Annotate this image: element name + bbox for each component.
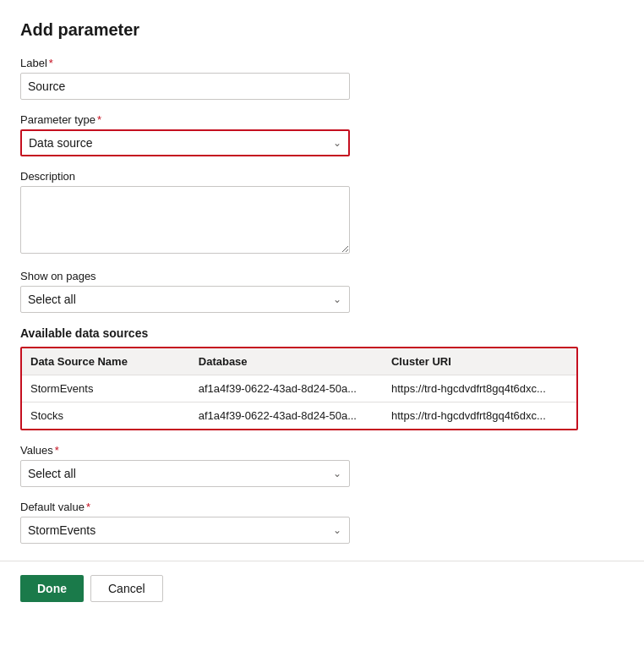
label-field-label: Label* — [20, 57, 622, 69]
default-value-field-group: Default value* StormEvents Stocks ⌄ — [20, 501, 622, 544]
dialog-footer: Done Cancel — [0, 561, 644, 616]
parameter-type-select-wrapper: Data source Text Number Date ⌄ — [20, 129, 350, 156]
col-header-database: Database — [190, 348, 383, 375]
row-2-name: Stocks — [22, 402, 190, 430]
row-1-cluster-uri: https://trd-hgcdvdfrt8gq4t6dxc... — [383, 375, 576, 402]
row-1-name: StormEvents — [22, 375, 190, 402]
default-value-select-wrapper: StormEvents Stocks ⌄ — [20, 517, 350, 544]
values-field-group: Values* Select all ⌄ — [20, 444, 622, 487]
values-label: Values* — [20, 444, 622, 457]
data-sources-table: Data Source Name Database Cluster URI St… — [22, 348, 576, 429]
table-header-row: Data Source Name Database Cluster URI — [22, 348, 576, 375]
add-parameter-dialog: Add parameter Label* Parameter type* Dat… — [0, 0, 642, 544]
default-value-select[interactable]: StormEvents Stocks — [20, 517, 350, 544]
label-field-group: Label* — [20, 57, 622, 100]
default-value-required-star: * — [86, 501, 90, 513]
table-row[interactable]: StormEvents af1a4f39-0622-43ad-8d24-50a.… — [22, 375, 576, 402]
data-sources-table-wrapper: Data Source Name Database Cluster URI St… — [20, 347, 578, 430]
available-data-sources-section: Available data sources Data Source Name … — [20, 326, 622, 430]
col-header-cluster-uri: Cluster URI — [383, 348, 576, 375]
row-2-database: af1a4f39-0622-43ad-8d24-50a... — [190, 402, 383, 430]
table-row[interactable]: Stocks af1a4f39-0622-43ad-8d24-50a... ht… — [22, 402, 576, 430]
param-type-required-star: * — [97, 113, 101, 126]
values-select[interactable]: Select all — [20, 460, 350, 487]
values-select-wrapper: Select all ⌄ — [20, 460, 350, 487]
description-label: Description — [20, 170, 622, 183]
parameter-type-label: Parameter type* — [20, 113, 622, 126]
values-required-star: * — [55, 444, 59, 457]
description-input[interactable] — [20, 186, 350, 254]
label-input[interactable] — [20, 73, 350, 100]
show-on-pages-select[interactable]: Select all — [20, 286, 350, 313]
parameter-type-select[interactable]: Data source Text Number Date — [20, 129, 350, 156]
default-value-label: Default value* — [20, 501, 622, 513]
col-header-name: Data Source Name — [22, 348, 190, 375]
cancel-button[interactable]: Cancel — [90, 575, 163, 602]
done-button[interactable]: Done — [20, 575, 84, 602]
show-on-pages-label: Show on pages — [20, 270, 622, 282]
label-required-star: * — [49, 57, 53, 69]
parameter-type-field-group: Parameter type* Data source Text Number … — [20, 113, 622, 156]
dialog-title: Add parameter — [20, 20, 622, 40]
available-data-sources-title: Available data sources — [20, 326, 622, 340]
description-field-group: Description — [20, 170, 622, 256]
show-on-pages-select-wrapper: Select all ⌄ — [20, 286, 350, 313]
row-2-cluster-uri: https://trd-hgcdvdfrt8gq4t6dxc... — [383, 402, 576, 430]
row-1-database: af1a4f39-0622-43ad-8d24-50a... — [190, 375, 383, 402]
show-on-pages-field-group: Show on pages Select all ⌄ — [20, 270, 622, 313]
